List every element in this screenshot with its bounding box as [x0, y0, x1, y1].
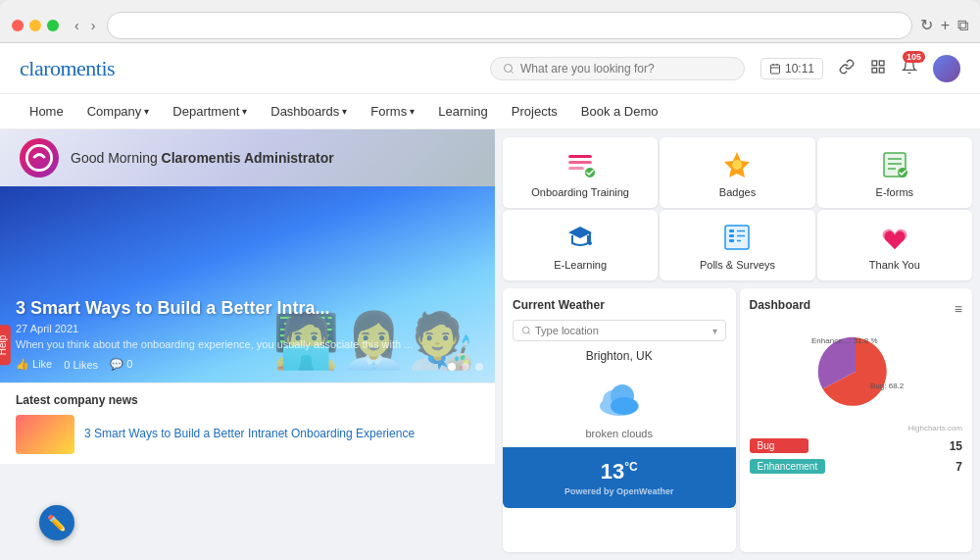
navigation: Home Company▾ Department▾ Dashboards▾ Fo…	[0, 94, 980, 129]
chevron-down-icon: ▾	[144, 106, 149, 117]
right-column: Onboarding Training Badges	[495, 129, 980, 560]
carousel-dots	[448, 363, 483, 371]
forward-button[interactable]: ›	[87, 16, 100, 35]
app-card-eforms[interactable]: E-forms	[817, 137, 972, 208]
search-input[interactable]	[520, 62, 658, 76]
app-label-polls-surveys: Polls & Surveys	[700, 259, 775, 271]
polls-surveys-icon	[719, 220, 755, 255]
link-icon	[839, 59, 855, 75]
help-tab[interactable]: Help	[0, 325, 11, 365]
address-bar[interactable]	[107, 12, 911, 39]
new-tab-button[interactable]: +	[941, 16, 950, 34]
svg-rect-13	[568, 167, 584, 170]
enhancement-pill: Enhancement	[750, 459, 826, 474]
news-thumbnail	[16, 415, 74, 454]
nav-item-forms[interactable]: Forms▾	[361, 94, 424, 128]
minimize-button[interactable]	[29, 20, 41, 31]
hero-actions: 👍 Like 0 Likes 💬 0	[16, 358, 413, 371]
edit-fab[interactable]: ✏️	[39, 505, 74, 540]
latest-news-title: Latest company news	[16, 393, 479, 407]
eforms-icon	[877, 147, 912, 182]
weather-credit: Powered by OpenWeather	[514, 486, 724, 496]
app-label-eforms: E-forms	[876, 186, 914, 198]
legend-item-enhancement: Enhancement 7	[750, 459, 963, 474]
svg-rect-24	[725, 226, 749, 249]
app-grid: Onboarding Training Badges	[495, 129, 980, 288]
hero-like[interactable]: 👍 Like	[16, 358, 52, 371]
nav-item-book-demo[interactable]: Book a Demo	[571, 94, 668, 128]
link-icon-wrapper[interactable]	[839, 59, 855, 78]
elearning-icon	[563, 220, 598, 255]
avatar[interactable]	[933, 55, 960, 82]
nav-arrows: ‹ ›	[71, 16, 99, 35]
weather-dropdown-icon[interactable]: ▾	[712, 326, 717, 336]
back-button[interactable]: ‹	[71, 16, 83, 35]
carousel-dot-2[interactable]	[462, 363, 469, 371]
chevron-down-icon: ▾	[242, 106, 247, 117]
news-item-title[interactable]: 3 Smart Ways to Build a Better Intranet …	[84, 427, 415, 442]
nav-item-company[interactable]: Company▾	[77, 94, 160, 128]
nav-item-projects[interactable]: Projects	[502, 94, 567, 128]
logo[interactable]: claromentis	[20, 56, 115, 81]
svg-point-31	[522, 327, 529, 333]
close-button[interactable]	[12, 20, 24, 31]
nav-item-dashboards[interactable]: Dashboards▾	[261, 94, 357, 128]
hero-carousel: 🧑‍💻👩‍💼🧑‍🎨 3 Smart Ways to Build a Better…	[0, 186, 495, 382]
hero-description: When you think about the onboarding expe…	[16, 338, 413, 350]
search-bar[interactable]	[490, 57, 745, 80]
chevron-down-icon: ▾	[342, 106, 347, 117]
badges-icon	[719, 147, 755, 182]
svg-rect-11	[568, 155, 592, 158]
carousel-dot-1[interactable]	[448, 363, 456, 371]
notification-count: 105	[903, 51, 925, 63]
left-column: Help Good Morning Claromentis Administra…	[0, 129, 495, 560]
highcharts-credit: Highcharts.com	[750, 424, 963, 433]
time-badge: 10:11	[760, 58, 823, 79]
svg-rect-26	[729, 234, 734, 237]
svg-text:Bug: 68.2: Bug: 68.2	[870, 382, 905, 390]
nav-item-learning[interactable]: Learning	[428, 94, 498, 128]
carousel-dot-3[interactable]	[475, 363, 483, 371]
chevron-down-icon: ▾	[410, 106, 415, 117]
thank-you-icon	[877, 220, 912, 255]
app-label-onboarding-training: Onboarding Training	[531, 186, 629, 198]
svg-rect-9	[879, 68, 884, 73]
bottom-panels: Current Weather ▾ Brighton, UK	[495, 288, 980, 560]
app-card-polls-surveys[interactable]: Polls & Surveys	[660, 210, 814, 280]
hero-comments[interactable]: 💬 0	[110, 358, 132, 371]
weather-search-bar[interactable]: ▾	[513, 320, 726, 341]
weather-temperature: 13°C Powered by OpenWeather	[503, 447, 736, 508]
maximize-button[interactable]	[47, 20, 59, 31]
svg-rect-27	[729, 239, 734, 242]
app-card-thank-you[interactable]: Thank You	[817, 210, 972, 280]
hero-date: 27 April 2021	[16, 323, 413, 334]
reload-button[interactable]: ↻	[920, 16, 933, 34]
app-label-elearning: E-Learning	[554, 259, 607, 271]
app-card-onboarding-training[interactable]: Onboarding Training	[503, 137, 658, 208]
weather-location-input[interactable]	[535, 325, 709, 336]
chart-area: Enhance...: 31.8 % Bug: 68.2	[750, 328, 963, 416]
dashboard-menu-icon[interactable]: ≡	[955, 301, 962, 317]
dashboard-header: Dashboard ≡	[750, 298, 963, 320]
hero-content: 3 Smart Ways to Build a Better Intra... …	[0, 286, 428, 382]
svg-point-36	[611, 397, 638, 415]
bug-count: 15	[950, 439, 962, 453]
app-card-badges[interactable]: Badges	[660, 137, 814, 208]
browser-actions: ↻ + ⧉	[920, 16, 968, 34]
bell-icon-wrapper[interactable]: 105	[902, 59, 917, 78]
grid-icon-wrapper[interactable]	[870, 59, 886, 78]
nav-item-home[interactable]: Home	[20, 94, 74, 128]
svg-line-1	[511, 71, 513, 73]
greeting-text: Good Morning	[71, 150, 162, 166]
legend-item-bug: Bug 15	[750, 438, 963, 453]
weather-panel-title: Current Weather	[513, 298, 726, 312]
nav-item-department[interactable]: Department▾	[163, 94, 257, 128]
window-button[interactable]: ⧉	[957, 16, 968, 34]
enhancement-count: 7	[956, 460, 962, 474]
app-card-elearning[interactable]: E-Learning	[503, 210, 658, 280]
grid-icon	[870, 59, 886, 75]
svg-point-23	[588, 241, 592, 245]
bug-pill: Bug	[750, 438, 808, 453]
traffic-lights	[12, 20, 59, 31]
page: claromentis 10:11 105	[0, 43, 980, 560]
